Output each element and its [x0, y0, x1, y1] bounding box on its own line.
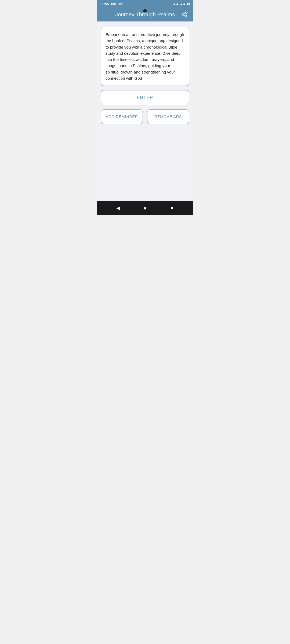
nav-recent-button[interactable]: [167, 203, 177, 213]
nav-back-button[interactable]: [113, 203, 123, 213]
svg-line-4: [184, 13, 186, 14]
description-text: Embark on a transformative journey throu…: [106, 31, 184, 81]
nav-home-button[interactable]: [140, 203, 150, 213]
bottom-buttons: ADD REMINDER REMOVE ADS: [101, 109, 189, 124]
description-card: Embark on a transformative journey throu…: [101, 27, 189, 86]
carrier-icon: ⊕: [118, 2, 123, 6]
svg-line-3: [184, 15, 186, 16]
add-reminder-button[interactable]: ADD REMINDER: [101, 109, 143, 124]
wifi-icon: ▲: [173, 2, 179, 6]
share-icon: [182, 11, 188, 18]
nav-bar: [97, 201, 193, 215]
remove-ads-button[interactable]: REMOVE ADS: [147, 109, 189, 124]
share-button[interactable]: [180, 10, 189, 19]
status-time: 11:55: [100, 2, 109, 6]
main-content: Embark on a transformative journey throu…: [97, 21, 193, 201]
enter-button[interactable]: ENTER: [101, 90, 189, 105]
sd-card-icon: ▣: [110, 2, 116, 6]
app-bar: Journey Through Psalms: [97, 8, 193, 21]
status-bar: 11:55 ▣ ⊕ ▲ ▲ ▮: [97, 0, 193, 8]
battery-icon: ▮: [187, 2, 190, 6]
signal-icon: ▲: [180, 2, 186, 6]
